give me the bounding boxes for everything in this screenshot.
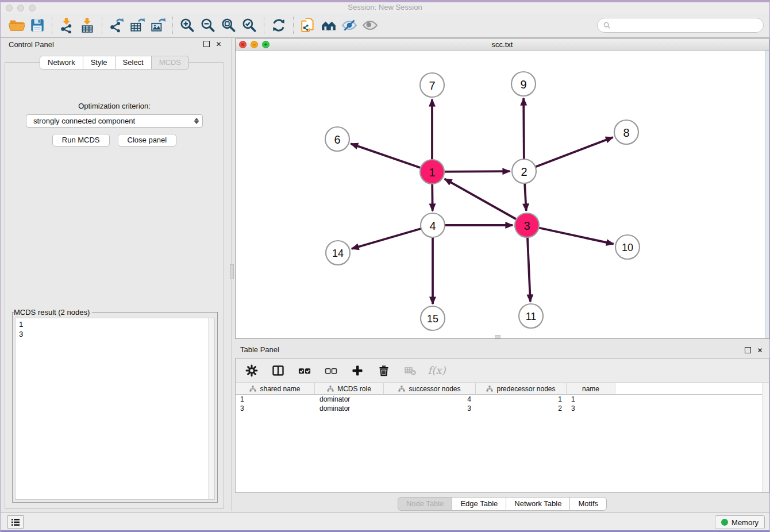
show-hidden-eye-icon[interactable] <box>360 16 380 35</box>
graph-edge-1-6[interactable] <box>351 144 432 172</box>
graph-edge-2-8[interactable] <box>524 137 613 171</box>
open-folder-icon[interactable] <box>6 16 27 35</box>
tab-mcds[interactable]: MCDS <box>151 56 189 70</box>
graph-node-9[interactable]: 9 <box>511 72 536 96</box>
graph-node-10[interactable]: 10 <box>615 235 640 259</box>
column-header[interactable]: successor nodes <box>384 383 476 394</box>
table-cell[interactable]: 1 <box>236 395 315 404</box>
table-cell[interactable]: 4 <box>384 395 476 404</box>
tab-network-table[interactable]: Network Table <box>506 497 570 511</box>
table-cell[interactable]: 2 <box>476 404 567 413</box>
graph-node-1[interactable]: 1 <box>420 160 444 184</box>
network-view-window: ✕ − + scc.txt 7968124314101511 <box>235 38 769 339</box>
table-cell[interactable]: dominator <box>315 404 384 413</box>
table-scrollbar[interactable] <box>762 383 769 492</box>
show-columns-icon[interactable] <box>271 364 285 377</box>
close-panel-icon[interactable]: ✕ <box>215 41 222 48</box>
table-cell[interactable]: 3 <box>236 404 315 413</box>
graph-edge-3-1[interactable] <box>445 179 527 225</box>
mcds-result-line: 1 <box>19 319 211 329</box>
canvas-resize-grip[interactable] <box>495 335 500 338</box>
control-panel-title: Control Panel <box>9 40 54 49</box>
result-scrollbar[interactable] <box>208 318 214 499</box>
graph-node-2[interactable]: 2 <box>512 159 536 183</box>
graph-node-label: 8 <box>623 126 629 139</box>
deselect-all-checkboxes-icon[interactable] <box>324 364 338 377</box>
graph-node-label: 9 <box>520 78 526 91</box>
run-mcds-button[interactable]: Run MCDS <box>52 134 110 147</box>
table-cell[interactable]: dominator <box>315 395 384 404</box>
mcds-result-textarea[interactable]: 13 <box>15 318 215 500</box>
tab-node-table[interactable]: Node Table <box>398 497 453 511</box>
float-table-panel-icon[interactable] <box>745 347 751 353</box>
table-toolbar: f(x) <box>236 358 769 383</box>
float-panel-icon[interactable] <box>203 41 210 47</box>
toolbar-separator <box>52 17 52 34</box>
export-table-icon[interactable] <box>127 16 148 35</box>
tab-network[interactable]: Network <box>40 56 83 70</box>
table-cell[interactable]: 3 <box>384 404 476 413</box>
tab-style[interactable]: Style <box>83 56 116 70</box>
minimize-network-icon[interactable]: − <box>251 41 258 48</box>
zoom-window-button[interactable] <box>29 5 36 11</box>
export-network-icon[interactable] <box>106 16 127 35</box>
select-all-checkboxes-icon[interactable] <box>298 364 311 377</box>
zoom-out-icon[interactable] <box>198 16 218 35</box>
list-icon <box>11 518 20 526</box>
network-canvas[interactable]: 7968124314101511 <box>236 51 769 338</box>
graph-node-14[interactable]: 14 <box>326 241 350 265</box>
export-image-icon[interactable] <box>148 16 168 35</box>
table-cell[interactable]: 1 <box>567 395 615 404</box>
graph-node-4[interactable]: 4 <box>421 213 445 237</box>
hide-selected-eye-slash-icon[interactable] <box>339 16 360 35</box>
zoom-selected-icon[interactable] <box>239 16 260 35</box>
show-panels-list-button[interactable] <box>7 515 24 529</box>
zoom-fit-icon[interactable] <box>218 16 239 35</box>
graph-node-15[interactable]: 15 <box>421 306 445 330</box>
dropdown-selected-value: strongly connected component <box>33 117 135 125</box>
minimize-window-button[interactable] <box>17 5 24 11</box>
first-neighbors-houses-icon[interactable] <box>318 16 339 35</box>
search-field[interactable] <box>597 18 764 33</box>
column-header[interactable]: name <box>567 383 615 394</box>
graph-node-3[interactable]: 3 <box>515 213 539 237</box>
memory-button[interactable]: Memory <box>715 515 765 529</box>
close-network-icon[interactable]: ✕ <box>239 41 247 48</box>
graph-node-label: 11 <box>526 311 537 322</box>
network-window-titlebar[interactable]: ✕ − + scc.txt <box>236 39 769 51</box>
canvas-scrollbar[interactable] <box>765 51 769 338</box>
column-header[interactable]: MCDS role <box>315 383 384 394</box>
column-header[interactable]: predecessor nodes <box>476 383 567 394</box>
table-row[interactable]: 1dominator411 <box>236 395 762 404</box>
close-panel-button[interactable]: Close panel <box>118 134 177 147</box>
close-table-panel-icon[interactable]: ✕ <box>756 347 764 354</box>
table-settings-gear-icon[interactable] <box>245 364 259 377</box>
tab-select[interactable]: Select <box>115 56 152 70</box>
graph-edge-3-10[interactable] <box>527 225 614 244</box>
table-cell[interactable]: 1 <box>476 395 567 404</box>
table-header-row: shared nameMCDS rolesuccessor nodesprede… <box>236 383 762 395</box>
graph-node-6[interactable]: 6 <box>325 127 349 151</box>
import-table-icon[interactable] <box>77 16 98 35</box>
graph-node-8[interactable]: 8 <box>614 120 638 144</box>
add-row-icon[interactable] <box>351 364 364 377</box>
import-network-icon[interactable] <box>56 16 77 35</box>
search-input[interactable] <box>614 21 757 30</box>
graph-node-11[interactable]: 11 <box>519 304 543 328</box>
new-network-from-selection-icon[interactable] <box>298 16 318 35</box>
table-row[interactable]: 3dominator323 <box>236 404 762 413</box>
tab-motifs[interactable]: Motifs <box>569 497 607 511</box>
optimization-criterion-dropdown[interactable]: strongly connected component <box>26 114 203 128</box>
delete-row-trash-icon[interactable] <box>377 364 391 377</box>
close-window-button[interactable] <box>6 5 13 11</box>
tab-edge-table[interactable]: Edge Table <box>452 497 506 511</box>
maximize-network-icon[interactable]: + <box>262 41 270 48</box>
refresh-layout-icon[interactable] <box>268 16 289 35</box>
graph-node-label: 7 <box>429 79 435 92</box>
column-header[interactable]: shared name <box>236 383 315 394</box>
graph-node-7[interactable]: 7 <box>420 73 444 97</box>
zoom-in-icon[interactable] <box>177 16 198 35</box>
panel-divider-grip[interactable] <box>230 264 234 279</box>
table-cell[interactable]: 3 <box>567 404 615 413</box>
save-session-icon[interactable] <box>27 16 48 35</box>
